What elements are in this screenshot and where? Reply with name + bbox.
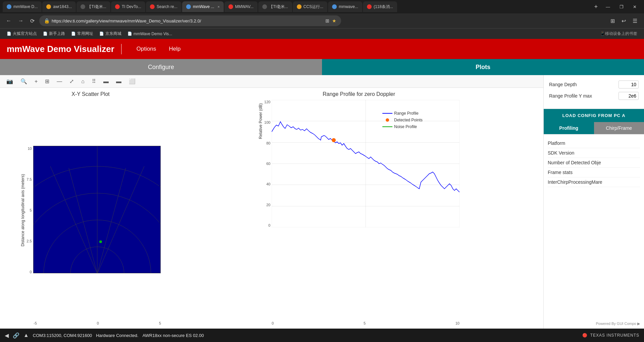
scatter-y-tick-10: 10: [26, 147, 32, 151]
app-header: mmWave Demo Visualizer Options Help: [0, 39, 644, 59]
hw-status: Hardware Connected.: [96, 333, 138, 338]
scatter-svg: [33, 146, 161, 273]
range-profile-section: Range Profile for zero Doppler Relative …: [181, 91, 537, 325]
range-profile-canvas[interactable]: Range Profile Detected Points Noise Prof…: [272, 100, 460, 229]
range-x-tick-10: 10: [455, 321, 460, 325]
svg-point-6: [99, 240, 102, 243]
browser-tab-5[interactable]: Search re...: [146, 1, 181, 12]
browser-tab-3[interactable]: 【TI毫米...: [76, 1, 110, 12]
maximize-button[interactable]: ❐: [615, 0, 628, 13]
plot-toolbar: 📷 🔍 + ⊞ — ⤢ ⌂ ⠿ ▬ ▬ ⬜: [0, 75, 543, 88]
range-y-tick-0: 0: [264, 223, 270, 227]
url-text: https://dev.ti.com/gallery/view/mmwave/m…: [52, 18, 201, 23]
right-panel: Range Depth Range Profile Y max LOAD CON…: [543, 75, 644, 329]
minus-tool[interactable]: —: [54, 77, 64, 86]
camera-tool[interactable]: 📷: [4, 77, 15, 86]
range-profile-title: Range Profile for zero Doppler: [323, 91, 395, 97]
range-profile-ymax-label: Range Profile Y max: [549, 93, 619, 99]
browser-tab-7[interactable]: MMWAV...: [224, 1, 258, 12]
bookmark-item-4[interactable]: 📄京东商城: [97, 30, 124, 37]
grid-tool[interactable]: ⠿: [90, 77, 98, 86]
hbar-tool[interactable]: ▬: [101, 77, 111, 86]
minimize-button[interactable]: —: [601, 0, 615, 13]
configure-tab[interactable]: Configure: [0, 59, 322, 75]
range-profile-svg: Range Profile Detected Points Noise Prof…: [272, 100, 460, 227]
range-y-tick-80: 80: [264, 141, 270, 145]
range-depth-input[interactable]: [619, 80, 639, 89]
config-box: Range Depth Range Profile Y max: [544, 75, 644, 109]
range-depth-label: Range Depth: [549, 82, 619, 87]
range-y-tick-120: 120: [264, 100, 270, 104]
scatter-plot-canvas[interactable]: [33, 146, 161, 275]
range-profile-ymax-input[interactable]: [619, 92, 639, 100]
scatter-y-tick-5: 5: [26, 208, 32, 212]
mobile-bookmarks-button[interactable]: 📱移动设备上的书签: [597, 30, 640, 38]
url-box[interactable]: 🔒 https://dev.ti.com/gallery/view/mmwave…: [39, 15, 341, 26]
bookmark-star-btn[interactable]: ★: [332, 18, 336, 23]
scatter-y-tick-75: 7.5: [26, 177, 32, 181]
browser-tab-2[interactable]: awr1843...: [42, 1, 76, 12]
status-left-arrow[interactable]: ◀: [5, 332, 9, 339]
address-bar: ← → ⟳ 🔒 https://dev.ti.com/gallery/view/…: [0, 13, 644, 28]
options-menu[interactable]: Options: [135, 44, 158, 54]
range-y-tick-60: 60: [264, 162, 270, 166]
reader-icon-btn[interactable]: ⊞: [325, 18, 329, 23]
chirp-frame-tab-button[interactable]: Chirp/Frame: [594, 122, 644, 134]
browser-tab-4[interactable]: TI DevTo...: [111, 1, 145, 12]
browser-tab-11[interactable]: (118条消...: [363, 1, 397, 12]
bookmark-item-1[interactable]: 📄火狐官方站点: [4, 30, 40, 37]
bookmark-item-2[interactable]: 📄新手上路: [40, 30, 68, 37]
svg-point-18: [332, 138, 336, 142]
main-content: 📷 🔍 + ⊞ — ⤢ ⌂ ⠿ ▬ ▬ ⬜ X-Y Scatter Plot D…: [0, 75, 644, 329]
status-left: ◀ 🔗 ▲ COM3:115200, COM4:921600 Hardware …: [5, 332, 577, 339]
plot-area: 📷 🔍 + ⊞ — ⤢ ⌂ ⠿ ▬ ▬ ⬜ X-Y Scatter Plot D…: [0, 75, 543, 329]
range-depth-row: Range Depth: [549, 80, 639, 89]
vbar-tool[interactable]: ▬: [114, 77, 124, 86]
zoom-tool[interactable]: 🔍: [18, 77, 30, 86]
bookmarks-bar: 📄火狐官方站点📄新手上路📄常用网址📄京东商城📄mmWave Demo Vis..…: [0, 28, 644, 39]
profiling-content: Platform SDK Version Number of Detected …: [544, 134, 644, 319]
scatter-x-tick-0: 0: [97, 321, 99, 325]
scatter-y-axis-label: Distance along longitudinal axis (meters…: [20, 174, 25, 246]
plots-container: X-Y Scatter Plot Distance along longitud…: [0, 88, 543, 329]
forward-button[interactable]: →: [16, 16, 25, 25]
app-nav: Options Help: [135, 44, 182, 54]
plots-tab[interactable]: Plots: [322, 59, 644, 75]
range-profile-ymax-row: Range Profile Y max: [549, 92, 639, 100]
scatter-x-tick-5: 5: [159, 321, 161, 325]
browser-tab-1[interactable]: mmWave D...: [3, 1, 42, 12]
profiling-sdk-version: SDK Version: [548, 148, 640, 158]
browser-tab-10[interactable]: mmwave...: [328, 1, 362, 12]
home-tool[interactable]: ⌂: [79, 77, 87, 86]
range-x-tick-0: 0: [272, 321, 274, 325]
profiling-tab-button[interactable]: Profiling: [544, 122, 594, 134]
help-menu[interactable]: Help: [167, 44, 182, 54]
scatter-y-tick-0: 0: [26, 270, 32, 274]
load-config-button[interactable]: LOAD CONFIG FROM PC A: [544, 109, 644, 122]
menu-button[interactable]: ☰: [630, 16, 640, 25]
resize-tool[interactable]: ⤢: [67, 77, 76, 86]
status-up-arrow[interactable]: ▲: [23, 332, 29, 338]
more-button[interactable]: ▶: [637, 322, 640, 326]
ti-logo: 🔴: [582, 333, 588, 338]
close-button[interactable]: ✕: [628, 0, 641, 13]
refresh-button[interactable]: ⟳: [28, 16, 37, 25]
bookmark-item-3[interactable]: 📄常用网址: [68, 30, 96, 37]
extensions-button[interactable]: ⊞: [608, 16, 618, 25]
plus-tool[interactable]: +: [32, 77, 40, 86]
app-title: mmWave Demo Visualizer: [7, 44, 122, 54]
svg-text:Detected Points: Detected Points: [394, 118, 423, 122]
fullscreen-tool[interactable]: ⬜: [126, 77, 138, 86]
browser-tab-9[interactable]: CCS运行...: [293, 1, 327, 12]
browser-tab-8[interactable]: 【TI毫米...: [258, 1, 292, 12]
sync-button[interactable]: ↩: [619, 16, 629, 25]
new-tab-button[interactable]: +: [591, 3, 600, 10]
scatter-plot-section: X-Y Scatter Plot Distance along longitud…: [7, 91, 174, 325]
back-button[interactable]: ←: [4, 16, 13, 25]
bookmark-item-5[interactable]: 📄mmWave Demo Vis...: [125, 30, 175, 37]
profiling-detected-objects: Number of Detected Obje: [548, 158, 640, 168]
device-status: AWR18xx non-secure ES 02.00: [143, 333, 204, 338]
status-link-icon[interactable]: 🔗: [13, 332, 19, 339]
box-select-tool[interactable]: ⊞: [43, 77, 52, 86]
browser-tab-6[interactable]: mmWave ...×: [182, 1, 224, 12]
